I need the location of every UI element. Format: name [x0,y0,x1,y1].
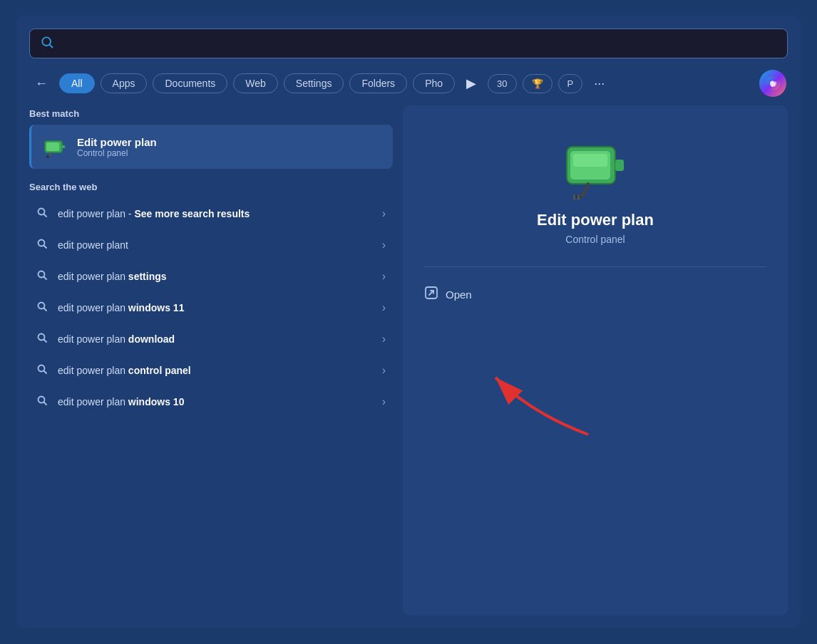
best-match-text: Edit power plan Control panel [77,136,157,158]
tab-settings[interactable]: Settings [284,73,344,93]
svg-line-1 [50,45,53,48]
chevron-right-icon: › [382,395,386,408]
copilot-button[interactable] [758,68,788,98]
left-panel: Best match [29,105,393,616]
chevron-right-icon: › [382,239,386,251]
svg-rect-3 [62,145,65,148]
tab-apps[interactable]: Apps [101,73,148,93]
trophy-button[interactable]: 🏆 [523,74,553,93]
open-label: Open [446,289,472,301]
search-bar: edit power plan [29,28,788,58]
svg-line-7 [44,214,47,217]
web-result-text: edit power plan settings [58,271,376,282]
filter-tabs: ← All Apps Documents Web Settings Folder… [16,58,801,105]
tab-all[interactable]: All [59,73,95,93]
search-icon [36,363,48,378]
best-match-label: Best match [29,108,393,119]
search-icon [36,332,48,346]
web-result-text: edit power plan windows 11 [58,302,376,313]
web-result-text: edit power plan control panel [58,365,376,376]
web-result-text: edit power plan - See more search result… [58,208,376,219]
web-result-text: edit power plan download [58,333,376,345]
arrow-annotation [460,356,602,445]
search-web-label: Search the web [29,182,393,192]
back-button[interactable]: ← [29,73,53,94]
svg-rect-25 [577,194,580,200]
tab-documents[interactable]: Documents [153,73,227,93]
open-button[interactable]: Open [424,280,766,309]
svg-line-15 [44,340,47,343]
right-panel-title: Edit power plan [537,211,654,229]
search-icon [36,395,48,409]
web-result-text: edit power plan windows 10 [58,396,376,407]
best-match-item[interactable]: Edit power plan Control panel [29,125,393,169]
chevron-right-icon: › [382,301,386,314]
open-icon [424,286,438,303]
search-input[interactable]: edit power plan [61,36,777,51]
ellipsis-button[interactable]: ··· [588,73,610,94]
chevron-right-icon: › [382,364,386,377]
svg-line-17 [44,371,47,374]
list-item[interactable]: edit power plan windows 10 › [29,386,393,417]
svg-rect-4 [46,142,59,151]
tab-photos[interactable]: Pho [413,73,455,93]
tab-web[interactable]: Web [233,73,278,93]
svg-rect-23 [573,154,607,167]
best-match-title: Edit power plan [77,136,157,148]
divider [424,266,766,267]
chevron-right-icon: › [382,270,386,283]
tab-folders[interactable]: Folders [349,73,407,93]
chevron-right-icon: › [382,333,386,346]
search-icon [36,207,48,221]
web-result-text: edit power plant [58,239,376,251]
list-item[interactable]: edit power plan control panel › [29,355,393,386]
list-item[interactable]: edit power plan settings › [29,261,393,292]
svg-line-13 [44,308,47,311]
svg-rect-24 [573,194,575,200]
main-content: Best match [16,105,801,628]
copilot-logo [759,70,786,97]
svg-rect-21 [615,160,624,171]
best-match-subtitle: Control panel [77,148,157,158]
list-item[interactable]: edit power plan download › [29,323,393,355]
search-icon [36,269,48,284]
svg-line-19 [44,402,47,405]
right-panel: Edit power plan Control panel Open [403,105,788,616]
chevron-right-icon: › [382,207,386,220]
search-icon [40,35,54,52]
list-item[interactable]: edit power plan - See more search result… [29,198,393,229]
best-match-icon [41,133,68,160]
more-tabs-button[interactable]: ▶ [461,73,482,94]
search-panel: edit power plan ← All Apps Documents Web… [16,16,801,628]
list-item[interactable]: edit power plant › [29,229,393,261]
right-panel-subtitle: Control panel [565,234,625,245]
search-icon [36,238,48,252]
p-button[interactable]: P [558,74,583,93]
svg-line-9 [44,246,47,249]
svg-point-5 [46,155,49,158]
search-icon [36,301,48,315]
badge-30-button[interactable]: 30 [488,74,516,93]
list-item[interactable]: edit power plan windows 11 › [29,292,393,323]
right-panel-app-icon [563,134,627,198]
svg-line-11 [44,277,47,280]
